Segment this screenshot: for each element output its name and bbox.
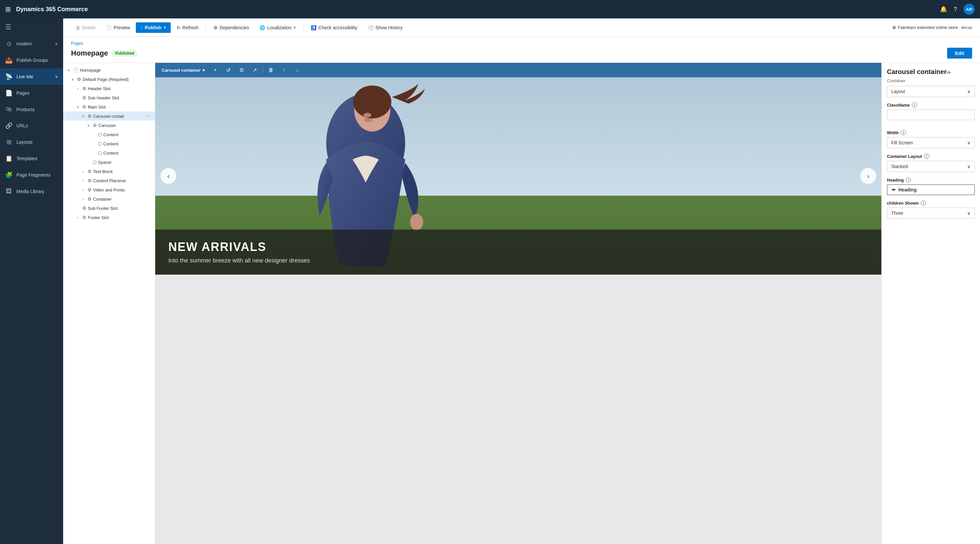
- sidebar-item-publish-groups[interactable]: 📤 Publish Groups: [0, 52, 63, 68]
- width-dropdown[interactable]: Fill Screen ∨: [887, 137, 975, 148]
- sidebar-item-products[interactable]: 🛍 Products: [0, 101, 63, 118]
- carousel-preview: NEW ARRIVALs Into the summer breeze with…: [155, 77, 881, 275]
- component-label[interactable]: Carousel container ▾: [159, 68, 207, 73]
- refresh-button[interactable]: ↻ Refresh: [172, 22, 203, 33]
- tree-item-video-and-product[interactable]: › ⚙ Video and Produ: [63, 185, 155, 194]
- tree-item-sub-header-slot[interactable]: ⚙ Sub Header Slot: [63, 93, 155, 102]
- children-shown-dropdown[interactable]: Three ∨: [887, 208, 975, 219]
- help-icon[interactable]: ?: [954, 6, 957, 13]
- tree-item-spacer[interactable]: ⬡ Spacer: [63, 157, 155, 167]
- tree-label-carousel: Carousel: [98, 123, 152, 128]
- expand-icon-content-placement[interactable]: ›: [80, 178, 86, 183]
- tree-item-content-placement[interactable]: › ⚙ Content Placeme: [63, 176, 155, 185]
- layout-dropdown[interactable]: Layout ∨: [887, 86, 975, 97]
- add-btn[interactable]: +: [210, 65, 221, 75]
- tree-item-sub-footer-slot[interactable]: ⚙ Sub Footer Slot: [63, 204, 155, 213]
- preview-button[interactable]: 📄 Preview: [101, 22, 135, 33]
- tree-item-content-2[interactable]: ⬡ Content: [63, 139, 155, 148]
- sidebar-item-modern[interactable]: ⊙ modern ∨: [0, 35, 63, 52]
- tree-label-main-slot: Main Slot: [88, 105, 152, 110]
- edit-button[interactable]: Edit: [947, 48, 972, 59]
- page-fragments-icon: 🧩: [5, 171, 13, 178]
- expand-icon-footer-slot[interactable]: ›: [75, 215, 81, 220]
- expand-icon-main-slot[interactable]: ∨: [75, 104, 81, 110]
- sidebar-item-layouts[interactable]: ⊞ Layouts: [0, 134, 63, 150]
- expand-icon-carousel[interactable]: ∨: [86, 122, 91, 128]
- tree-item-default-page[interactable]: ∨ ⚙ Default Page (Required): [63, 75, 155, 84]
- heading-info-icon[interactable]: i: [906, 177, 911, 183]
- notification-icon[interactable]: 🔔: [940, 6, 947, 13]
- sidebar-item-page-fragments[interactable]: 🧩 Page Fragments: [0, 167, 63, 183]
- publish-button[interactable]: ↑ Publish ∨: [136, 22, 171, 33]
- layout-value: Layout: [891, 89, 905, 94]
- publish-groups-icon: 📤: [5, 57, 13, 64]
- delete-component-btn[interactable]: 🗑: [266, 65, 276, 75]
- media-library-icon: 🖼: [5, 188, 13, 195]
- tree-item-header-slot[interactable]: › ⚙ Header Slot: [63, 84, 155, 93]
- children-shown-info-icon[interactable]: i: [921, 200, 926, 205]
- layouts-icon: ⊞: [5, 138, 13, 146]
- expand-icon-text-block[interactable]: ›: [80, 169, 86, 174]
- carousel-prev-button[interactable]: ‹: [161, 168, 176, 184]
- tree-item-content-1[interactable]: ⬡ Content: [63, 130, 155, 139]
- move-down-btn[interactable]: ↓: [292, 65, 302, 75]
- tree-item-homepage[interactable]: ∨ 📄 Homepage: [63, 65, 155, 75]
- move-up-btn[interactable]: ↑: [279, 65, 290, 75]
- sidebar-item-templates[interactable]: 📋 Templates: [0, 150, 63, 167]
- width-info-icon[interactable]: i: [901, 130, 906, 135]
- tree-item-carousel-container[interactable]: ∨ ⚙ Carousel contair ···: [63, 111, 155, 121]
- tree-item-container[interactable]: › ⚙ Container: [63, 194, 155, 204]
- sidebar-item-media-library[interactable]: 🖼 Media Library: [0, 183, 63, 199]
- edit-pencil-icon[interactable]: ✏: [947, 69, 951, 76]
- heading-label: Heading: [887, 178, 904, 183]
- store-info: 🖥 Fabrikam extended online store · en-us: [892, 25, 972, 30]
- expand-icon-carousel-container[interactable]: ∨: [80, 113, 86, 119]
- reset-btn[interactable]: ↺: [223, 65, 234, 75]
- carousel-next-button[interactable]: ›: [860, 168, 876, 184]
- export-btn[interactable]: ↗: [250, 65, 260, 75]
- expand-icon-header-slot[interactable]: ›: [75, 86, 81, 91]
- width-label: Width: [887, 130, 899, 135]
- grid-icon[interactable]: ⊞: [5, 5, 11, 13]
- tree-item-carousel[interactable]: ∨ ⚙ Carousel: [63, 121, 155, 130]
- sidebar-item-live-site[interactable]: 📡 Live site ∨: [0, 68, 63, 85]
- sidebar-collapse-button[interactable]: ☰: [0, 18, 63, 35]
- check-accessibility-button[interactable]: ♿ Check accessibility: [306, 22, 362, 33]
- delete-button[interactable]: 🗑 Delete: [71, 22, 100, 33]
- sidebar-item-urls[interactable]: 🔗 URLs: [0, 118, 63, 134]
- container-layout-dropdown[interactable]: Stacked ∨: [887, 161, 975, 172]
- publish-icon: ↑: [140, 25, 143, 30]
- class-name-input[interactable]: [887, 110, 975, 120]
- show-history-button[interactable]: 🕐 Show History: [363, 22, 407, 33]
- tree-label-video-product: Video and Produ: [93, 188, 152, 192]
- localization-button[interactable]: 🌐 Localization ∨: [255, 22, 301, 33]
- avatar[interactable]: AR: [964, 4, 975, 15]
- expand-icon-container[interactable]: ›: [80, 196, 86, 202]
- expand-icon-video-product[interactable]: ›: [80, 187, 86, 193]
- dependencies-button[interactable]: ⚙ Dependencies: [209, 22, 254, 33]
- page-header: Pages Homepage Published Edit: [63, 37, 980, 63]
- sidebar-item-pages[interactable]: 📄 Pages: [0, 85, 63, 101]
- breadcrumb[interactable]: Pages: [71, 41, 972, 46]
- tree-item-main-slot[interactable]: ∨ ⚙ Main Slot: [63, 102, 155, 111]
- duplicate-btn[interactable]: ⧉: [237, 65, 247, 75]
- expand-icon-homepage[interactable]: ∨: [66, 67, 72, 73]
- sidebar-item-label-urls: URLs: [16, 123, 28, 128]
- slot-icon-text-block: ⚙: [88, 169, 92, 174]
- right-panel-title: Carousel container: [887, 68, 947, 76]
- tree-item-text-block[interactable]: › ⚙ Text-Block: [63, 167, 155, 176]
- heading-button[interactable]: ✏ Heading: [887, 185, 975, 195]
- class-name-label: ClassName: [887, 103, 910, 108]
- products-icon: 🛍: [5, 106, 13, 113]
- hex-icon-spacer: ⬡: [93, 159, 97, 165]
- tree-item-footer-slot[interactable]: › ⚙ Footer Slot: [63, 213, 155, 222]
- tree-item-content-3[interactable]: ⬡ Content: [63, 148, 155, 157]
- history-icon: 🕐: [368, 25, 374, 30]
- pages-icon: 📄: [5, 89, 13, 97]
- delete-icon: 🗑: [76, 25, 80, 30]
- more-icon[interactable]: ···: [145, 113, 152, 119]
- class-name-info-icon[interactable]: i: [912, 102, 917, 108]
- publish-chevron: ∨: [164, 25, 166, 30]
- expand-icon-default-page[interactable]: ∨: [70, 76, 76, 82]
- container-layout-info-icon[interactable]: i: [924, 154, 929, 159]
